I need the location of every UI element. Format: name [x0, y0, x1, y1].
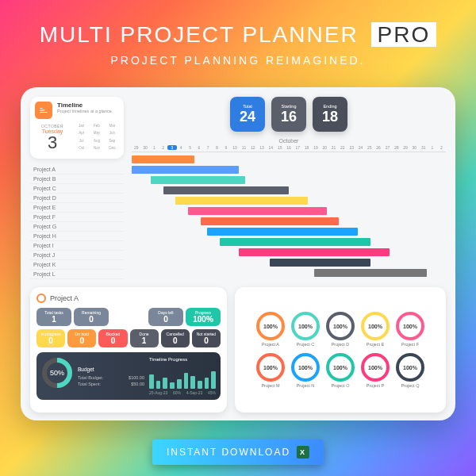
gantt-day[interactable]: 24: [356, 145, 365, 150]
gantt-bar[interactable]: [163, 186, 289, 194]
list-item[interactable]: Project B: [30, 175, 124, 184]
gantt-bars[interactable]: [132, 152, 446, 279]
gantt-bar[interactable]: [132, 166, 239, 174]
date-widget[interactable]: OCTOBER Tuesday 3: [35, 124, 70, 152]
kpi-card[interactable]: Ending18: [313, 97, 347, 132]
gantt-day[interactable]: 12: [248, 145, 257, 150]
status-card: Blocked0: [98, 329, 127, 347]
kpi-card[interactable]: Total24: [230, 97, 265, 132]
month-cell[interactable]: Jan: [75, 124, 88, 129]
gantt-day[interactable]: 18: [302, 145, 311, 150]
gantt-bar[interactable]: [270, 259, 370, 267]
month-cell[interactable]: Nov: [90, 146, 103, 152]
month-cell[interactable]: Oct: [75, 146, 88, 152]
stat-card: Total tasks1: [36, 308, 71, 326]
gantt-day[interactable]: 3: [167, 145, 176, 150]
progress-ring[interactable]: 100%Project Q: [396, 353, 424, 388]
gantt-day[interactable]: 5: [186, 145, 194, 150]
progress-ring[interactable]: 100%Project C: [291, 312, 320, 347]
gantt-bar[interactable]: [314, 269, 428, 277]
progress-ring[interactable]: 100%Project E: [361, 312, 390, 347]
progress-ring[interactable]: 100%Project P: [361, 353, 390, 388]
list-item[interactable]: Project H: [30, 232, 124, 241]
month-grid[interactable]: JanFebMarAprMayJunJulAugSepOctNovDec: [75, 124, 119, 152]
timeline-progress: Timeline Progress 25-Aug-23 60% 4-Sep-23…: [149, 357, 216, 395]
gantt-day[interactable]: 8: [213, 145, 221, 150]
gantt-day[interactable]: 2: [437, 145, 446, 150]
gantt-day[interactable]: 21: [329, 145, 338, 150]
gantt-day[interactable]: 29: [401, 145, 409, 150]
gantt-day[interactable]: 26: [374, 145, 382, 150]
gantt-day[interactable]: 31: [419, 145, 428, 150]
gantt-day[interactable]: 14: [267, 145, 275, 150]
gantt-day[interactable]: 13: [257, 145, 266, 150]
gantt-day[interactable]: 23: [347, 145, 356, 150]
list-item[interactable]: Project E: [30, 203, 124, 213]
gantt-day[interactable]: 22: [338, 145, 347, 150]
project-list[interactable]: Project AProject BProject CProject DProj…: [30, 165, 124, 279]
progress-ring[interactable]: 100%Project F: [396, 312, 424, 347]
month-cell[interactable]: Feb: [90, 124, 103, 129]
gantt-bar[interactable]: [220, 238, 370, 246]
list-item[interactable]: Project F: [30, 213, 124, 222]
timeline-subtitle: Project timelines at a glance.: [57, 109, 113, 113]
timeline-bar: [211, 371, 216, 389]
gantt-day[interactable]: 1: [428, 145, 436, 150]
progress-ring[interactable]: 100%Project N: [291, 353, 320, 388]
gantt-day[interactable]: 25: [365, 145, 374, 150]
gantt-day[interactable]: 6: [194, 145, 203, 150]
gantt-day[interactable]: 4: [177, 145, 186, 150]
list-item[interactable]: Project A: [30, 165, 124, 175]
month-cell[interactable]: Jul: [75, 139, 88, 144]
gantt-day[interactable]: 16: [284, 145, 293, 150]
gantt-day[interactable]: 30: [410, 145, 419, 150]
gantt-day[interactable]: 19: [311, 145, 320, 150]
list-item[interactable]: Project K: [30, 260, 124, 270]
gantt-bar[interactable]: [175, 197, 307, 205]
gantt-bar[interactable]: [201, 217, 339, 225]
gantt-bar[interactable]: [151, 176, 245, 184]
gantt-day[interactable]: 1: [150, 145, 159, 150]
month-cell[interactable]: Dec: [106, 146, 119, 152]
list-item[interactable]: Project G: [30, 222, 124, 232]
month-cell[interactable]: Sep: [106, 139, 119, 144]
gantt-day[interactable]: 10: [230, 145, 239, 150]
timeline-card[interactable]: Timeline Project timelines at a glance. …: [30, 97, 124, 159]
month-cell[interactable]: Jun: [106, 131, 119, 136]
download-button[interactable]: INSTANT DOWNLOAD X: [152, 440, 324, 465]
list-item[interactable]: Project I: [30, 241, 124, 251]
gantt-day[interactable]: 28: [392, 145, 401, 150]
progress-ring[interactable]: 100%Project A: [256, 312, 285, 347]
month-cell[interactable]: May: [90, 131, 103, 136]
progress-ring[interactable]: 100%Project D: [326, 312, 355, 347]
rings-panel: 100%Project A100%Project C100%Project D1…: [235, 287, 446, 413]
gantt-day[interactable]: 20: [321, 145, 329, 150]
month-cell[interactable]: Aug: [90, 139, 103, 144]
list-item[interactable]: Project L: [30, 270, 124, 279]
gantt-day[interactable]: 2: [159, 145, 167, 150]
gantt-day[interactable]: 7: [204, 145, 213, 150]
gantt-panel: Total24Starting16Ending18 October 293012…: [132, 97, 446, 279]
timeline-bar: [184, 373, 189, 389]
gantt-day[interactable]: 15: [275, 145, 284, 150]
gantt-day[interactable]: 9: [221, 145, 230, 150]
gantt-day[interactable]: 11: [240, 145, 248, 150]
progress-ring[interactable]: 100%Project O: [326, 353, 355, 388]
gantt-day[interactable]: 17: [294, 145, 302, 150]
month-cell[interactable]: Apr: [75, 131, 88, 136]
gantt-bar[interactable]: [207, 228, 358, 236]
gantt-bar[interactable]: [239, 248, 390, 256]
list-item[interactable]: Project D: [30, 194, 124, 203]
gantt-bar[interactable]: [188, 207, 326, 215]
gantt-day[interactable]: 30: [140, 145, 149, 150]
gantt-bar[interactable]: [132, 155, 194, 163]
month-cell[interactable]: Mar: [106, 124, 119, 129]
list-item[interactable]: Project J: [30, 251, 124, 260]
progress-ring[interactable]: 100%Project M: [256, 353, 285, 388]
gantt-day[interactable]: 29: [132, 145, 140, 150]
gantt-day[interactable]: 27: [383, 145, 392, 150]
status-card: In progress0: [36, 329, 65, 347]
list-item[interactable]: Project C: [30, 184, 124, 194]
kpi-card[interactable]: Starting16: [271, 97, 306, 132]
kpi-row: Total24Starting16Ending18: [132, 97, 446, 132]
